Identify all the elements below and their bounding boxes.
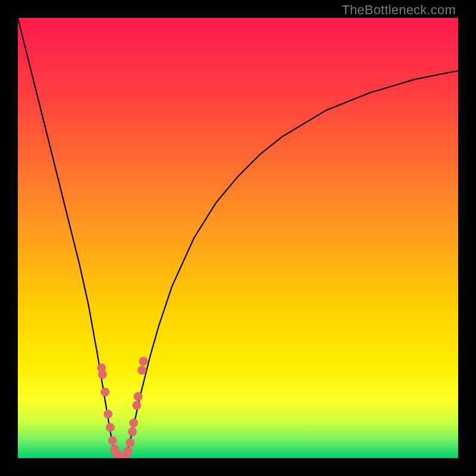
watermark-text: TheBottleneck.com [342,2,456,18]
marker-point [137,366,146,375]
marker-point [124,447,133,456]
marker-point [134,392,143,401]
marker-point [126,439,134,447]
marker-point [129,418,138,427]
marker-group [97,357,148,458]
marker-point [101,388,109,397]
marker-point [98,370,107,379]
marker-point [132,401,141,410]
marker-point [108,436,117,445]
chart-frame: TheBottleneck.com [0,0,476,476]
marker-point [139,357,148,366]
marker-point [128,427,137,436]
curve-svg [18,18,458,458]
plot-area [18,18,458,458]
marker-point [106,423,115,432]
marker-point [104,410,112,419]
bottleneck-curve [18,18,458,458]
